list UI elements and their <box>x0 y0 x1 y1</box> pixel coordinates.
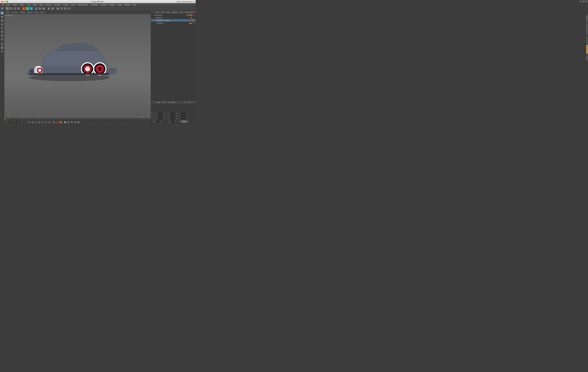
play-forward[interactable]: ▷ <box>41 121 44 123</box>
left-btn-5[interactable] <box>0 26 4 30</box>
dot-black-boole[interactable] <box>187 22 188 24</box>
attr-pin-icon[interactable]: 📌 <box>193 101 195 103</box>
select-tool[interactable] <box>10 7 13 10</box>
transport-tool-3[interactable] <box>70 121 73 123</box>
menu-script[interactable]: Script <box>116 4 123 6</box>
dot-tri-yellow-boole[interactable] <box>190 22 192 24</box>
menu-character[interactable]: Character <box>99 4 108 6</box>
next-frame[interactable]: ▶ <box>45 121 48 123</box>
left-btn-1[interactable] <box>0 11 4 15</box>
obj-row-backup[interactable]: ▸ ○ BACKUP ○ ✕ <box>151 17 196 19</box>
record-btn[interactable]: ● <box>52 121 55 123</box>
close-button[interactable] <box>1 1 3 2</box>
dot-white-1[interactable] <box>190 14 191 16</box>
dot-tri-boole[interactable] <box>189 22 190 24</box>
menu-animate[interactable]: Animate <box>45 4 53 6</box>
material-tool[interactable] <box>56 7 60 10</box>
transport-tool-5[interactable] <box>77 121 80 123</box>
attr-p-angle[interactable] <box>179 115 186 117</box>
menu-window[interactable]: Window <box>123 4 131 6</box>
obj-menu-objects[interactable]: Objects <box>171 11 178 13</box>
rotate-tool[interactable] <box>13 7 17 10</box>
attr-search-icon[interactable]: 🔍 <box>188 101 190 103</box>
obj-tool-1[interactable] <box>35 7 38 10</box>
left-btn-4[interactable] <box>0 22 4 26</box>
go-to-end[interactable]: ⏭ <box>48 121 51 123</box>
vp-menu-display[interactable]: Display <box>19 11 26 13</box>
window-controls[interactable] <box>1 1 8 2</box>
timeline-track[interactable]: 0 10 20 30 40 50 60 70 80 90 <box>5 118 148 120</box>
play-button[interactable]: ▶ <box>38 121 41 123</box>
left-btn-11[interactable] <box>0 50 4 53</box>
vp-menu-cameras[interactable]: Cameras <box>11 11 19 13</box>
obj-menu-file[interactable]: File <box>156 11 160 13</box>
frame-current-input[interactable] <box>8 121 12 123</box>
menu-select[interactable]: Select <box>19 4 25 6</box>
layout-dropdown-icon[interactable]: ▼ <box>193 1 194 2</box>
attr-p-arrow[interactable]: ▶ <box>187 115 188 117</box>
dot-tri-red-1[interactable] <box>192 14 193 16</box>
viewport[interactable]: Perspective Grid Spacing: 100 cm Y <box>4 14 151 118</box>
attr-up-icon[interactable]: ▲ <box>185 101 187 103</box>
vp-menu-options[interactable]: Options <box>26 11 33 13</box>
y-axis-button[interactable]: Y <box>26 7 29 10</box>
record-key[interactable]: ◉ <box>59 121 62 123</box>
menu-file[interactable]: File <box>0 4 6 6</box>
frame-display[interactable] <box>12 121 17 123</box>
dot-red-subdiv[interactable] <box>192 20 193 21</box>
move-tool[interactable] <box>6 7 9 10</box>
attr-grid-icon[interactable]: ⊞ <box>190 101 192 103</box>
dot-triangle-1[interactable] <box>189 14 190 16</box>
menu-tools[interactable]: Tools <box>25 4 32 6</box>
attr-h-angle[interactable] <box>179 112 186 114</box>
obj-x-icon-sym[interactable]: ✕ <box>194 14 195 16</box>
dot-asterisk-boole[interactable]: ✱ <box>194 22 195 24</box>
settings-tool[interactable] <box>63 7 67 10</box>
menu-sculpt[interactable]: Sculpt <box>70 4 76 6</box>
frame-end-input[interactable] <box>20 121 25 123</box>
vp-menu-view[interactable]: View <box>5 11 10 13</box>
dot-star-boole[interactable]: ✦ <box>192 22 193 24</box>
menu-render[interactable]: Render <box>62 4 69 6</box>
left-btn-9[interactable] <box>0 42 4 46</box>
obj-dot-2[interactable]: ○ <box>192 17 193 19</box>
z-axis-button[interactable]: Z <box>30 7 33 10</box>
attr-b-arrow[interactable]: ▶ <box>187 118 188 119</box>
obj-expand-symmetry[interactable]: ▸ <box>151 14 153 16</box>
attr-b-angle[interactable] <box>179 117 186 120</box>
attr-y-rot[interactable] <box>167 115 175 117</box>
menu-edit[interactable]: Edit <box>6 4 11 6</box>
check-subdiv[interactable]: ✓ <box>194 20 195 21</box>
transport-tool-1[interactable] <box>64 121 67 123</box>
attr-x-rot[interactable] <box>167 112 175 114</box>
attr-y-pos[interactable] <box>154 115 163 117</box>
apply-button[interactable]: Apply <box>180 120 188 123</box>
obj-x-backup[interactable]: ✕ <box>194 17 195 19</box>
obj-menu-view[interactable]: View <box>166 11 171 13</box>
attr-mode[interactable]: Mode <box>156 101 161 104</box>
extra-tool[interactable] <box>67 7 71 10</box>
obj-menu-tags[interactable]: Tags <box>179 11 184 13</box>
menu-simulate[interactable]: Simulate <box>53 4 62 6</box>
attr-z-rot[interactable] <box>167 117 175 120</box>
prev-play[interactable]: ◁ <box>35 121 38 123</box>
left-btn-6[interactable] <box>0 30 4 33</box>
left-btn-3[interactable] <box>0 19 4 22</box>
obj-expand-subdiv[interactable]: ▸ <box>153 20 155 21</box>
vp-menu-filter[interactable]: Filter <box>34 11 39 13</box>
menu-create[interactable]: Create <box>11 4 18 6</box>
timeline[interactable]: 0 10 20 30 40 50 60 70 80 90 0 F <box>4 118 151 120</box>
menu-snap[interactable]: Snap <box>38 4 44 6</box>
left-btn-8[interactable]: S <box>0 38 4 41</box>
scale-tool[interactable] <box>17 7 21 10</box>
attr-scale-dropdown[interactable]: Scale <box>166 120 177 123</box>
menu-mesh[interactable]: Mesh <box>32 4 38 6</box>
obj-search-icon[interactable]: 🔍 <box>195 11 196 13</box>
attr-edit[interactable]: Edit <box>162 101 166 104</box>
transport-tool-2[interactable] <box>67 121 70 123</box>
attr-world-dropdown[interactable]: World Object <box>151 120 162 123</box>
undo-button[interactable]: ↺ <box>0 7 4 10</box>
menu-plugins[interactable]: Plugins <box>109 4 116 6</box>
attr-back-icon[interactable]: ◀ <box>183 101 185 103</box>
transport-tool-4[interactable] <box>74 121 76 123</box>
